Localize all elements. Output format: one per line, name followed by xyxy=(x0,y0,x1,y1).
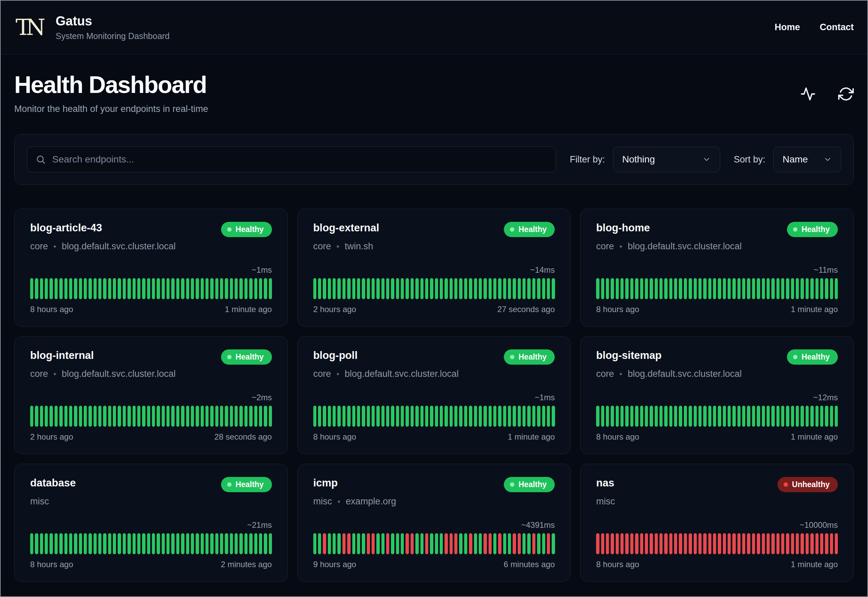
history-bar-up xyxy=(118,533,121,554)
history-bar-up xyxy=(762,278,765,299)
status-label: Healthy xyxy=(518,352,547,362)
history-bar-up xyxy=(635,406,638,427)
endpoint-card[interactable]: blog-external Healthy core • twin.sh ~14… xyxy=(297,209,571,327)
history-bar-up xyxy=(401,533,404,554)
history-bar-up xyxy=(396,533,399,554)
history-bar-up xyxy=(376,533,379,554)
history-bar-up xyxy=(718,406,721,427)
top-nav: Home Contact xyxy=(775,22,854,33)
history-bar-up xyxy=(523,406,526,427)
history-bar-up xyxy=(225,278,228,299)
app-logo[interactable]: TN xyxy=(14,11,47,44)
history-bar-up xyxy=(244,278,247,299)
history-bar-up xyxy=(313,278,316,299)
endpoint-card-head: nas Unhealthy xyxy=(596,477,838,492)
status-label: Healthy xyxy=(236,225,264,234)
status-badge: Healthy xyxy=(221,222,272,237)
endpoint-card[interactable]: blog-home Healthy core • blog.default.sv… xyxy=(580,209,854,327)
window-end: 28 seconds ago xyxy=(214,432,272,442)
endpoint-host: blog.default.svc.cluster.local xyxy=(628,369,742,379)
nav-link-home[interactable]: Home xyxy=(775,22,800,33)
history-bar-up xyxy=(621,278,624,299)
history-bar-up xyxy=(596,406,599,427)
history-bar-up xyxy=(742,278,745,299)
history-bar-up xyxy=(55,406,58,427)
page-actions xyxy=(800,86,854,114)
history-bar-down xyxy=(694,533,697,554)
history-bar-down xyxy=(645,533,648,554)
endpoint-card[interactable]: database Healthy misc ~21ms 8 hours ago … xyxy=(14,464,288,582)
history-bar-down xyxy=(454,533,458,554)
history-bar-down xyxy=(655,533,658,554)
status-badge: Healthy xyxy=(504,222,555,237)
history-bar-up xyxy=(474,406,477,427)
activity-icon[interactable] xyxy=(800,86,816,102)
refresh-icon[interactable] xyxy=(838,86,854,102)
endpoint-card[interactable]: icmp Healthy misc • example.org ~4391ms … xyxy=(297,464,571,582)
history-bar-up xyxy=(171,406,174,427)
history-bar-up xyxy=(137,406,141,427)
endpoint-card[interactable]: blog-internal Healthy core • blog.defaul… xyxy=(14,336,288,454)
endpoint-name: blog-internal xyxy=(30,349,94,362)
endpoint-host: blog.default.svc.cluster.local xyxy=(628,241,742,252)
history-bar-up xyxy=(791,278,794,299)
endpoint-card[interactable]: blog-article-43 Healthy core • blog.defa… xyxy=(14,209,288,327)
window-start: 8 hours ago xyxy=(313,432,356,442)
history-bar-up xyxy=(537,406,540,427)
history-bar-up xyxy=(664,406,667,427)
window-start: 2 hours ago xyxy=(30,432,73,442)
history-bar-up xyxy=(425,406,428,427)
history-bar-up xyxy=(723,406,726,427)
history-bar-up xyxy=(181,278,184,299)
endpoint-latency: ~12ms xyxy=(596,393,838,402)
endpoint-meta: misc • example.org xyxy=(313,496,555,507)
history-bars xyxy=(313,406,555,427)
history-bar-up xyxy=(820,406,823,427)
endpoint-card[interactable]: blog-poll Healthy core • blog.default.sv… xyxy=(297,336,571,454)
history-bar-up xyxy=(616,278,619,299)
history-bar-up xyxy=(396,406,399,427)
endpoint-meta: core • blog.default.svc.cluster.local xyxy=(30,369,272,379)
history-bar-down xyxy=(489,533,492,554)
history-bar-up xyxy=(69,533,72,554)
history-bar-down xyxy=(752,533,755,554)
history-bar-down xyxy=(659,533,662,554)
history-bar-up xyxy=(49,533,53,554)
history-bar-up xyxy=(127,533,130,554)
history-bar-down xyxy=(825,533,828,554)
history-bar-up xyxy=(79,533,82,554)
history-bar-up xyxy=(93,406,97,427)
history-bar-up xyxy=(333,278,336,299)
nav-link-contact[interactable]: Contact xyxy=(820,22,854,33)
history-bar-up xyxy=(415,278,418,299)
history-bar-down xyxy=(713,533,716,554)
history-bars xyxy=(596,406,838,427)
history-bar-up xyxy=(352,406,355,427)
history-bar-up xyxy=(752,278,755,299)
history-bar-up xyxy=(30,533,33,554)
history-bar-up xyxy=(630,406,633,427)
history-bar-up xyxy=(513,406,516,427)
endpoint-card[interactable]: blog-sitemap Healthy core • blog.default… xyxy=(580,336,854,454)
history-bar-down xyxy=(640,533,643,554)
history-bar-up xyxy=(89,406,92,427)
history-bar-up xyxy=(508,406,511,427)
history-bar-up xyxy=(708,278,711,299)
history-bar-up xyxy=(450,406,453,427)
endpoint-card[interactable]: nas Unhealthy misc ~10000ms 8 hours ago … xyxy=(580,464,854,582)
history-bar-down xyxy=(727,533,731,554)
history-bar-up xyxy=(830,278,833,299)
sort-select[interactable]: Name xyxy=(773,147,841,172)
sort-select-value: Name xyxy=(782,154,808,165)
endpoint-name: icmp xyxy=(313,477,338,489)
history-bar-up xyxy=(142,533,145,554)
search-input[interactable] xyxy=(27,147,556,172)
history-bar-up xyxy=(215,278,218,299)
history-bar-up xyxy=(367,406,370,427)
history-bar-up xyxy=(625,278,628,299)
filter-select[interactable]: Nothing xyxy=(613,147,720,172)
endpoint-group: core xyxy=(313,241,331,252)
history-bar-up xyxy=(147,406,150,427)
history-bar-down xyxy=(738,533,741,554)
history-bar-up xyxy=(483,278,487,299)
